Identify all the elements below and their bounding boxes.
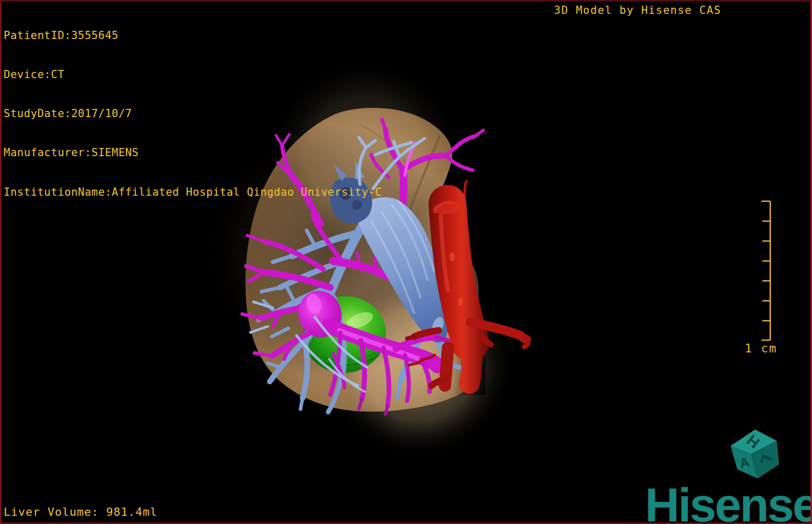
device-line: Device:CT xyxy=(4,68,382,81)
viewport-frame: H A L PatientID:3555645 Device:CT StudyD… xyxy=(0,0,812,524)
manufacturer-line: Manufacturer:SIEMENS xyxy=(4,146,382,159)
study-date-line: StudyDate:2017/10/7 xyxy=(4,107,382,120)
hisense-cas-cube-logo: H A L xyxy=(731,429,780,478)
scale-ruler xyxy=(761,201,770,340)
scale-ruler-label: 1 cm xyxy=(745,342,777,355)
watermark-title: 3D Model by Hisense CAS xyxy=(554,4,721,16)
hisense-wordmark: Hisense xyxy=(645,481,812,524)
patient-info-block: PatientID:3555645 Device:CT StudyDate:20… xyxy=(4,3,382,225)
liver-volume-readout: Liver Volume: 981.4ml xyxy=(4,506,157,518)
patient-id-line: PatientID:3555645 xyxy=(4,29,382,42)
institution-line: InstitutionName:Affiliated Hospital Qing… xyxy=(4,186,382,199)
